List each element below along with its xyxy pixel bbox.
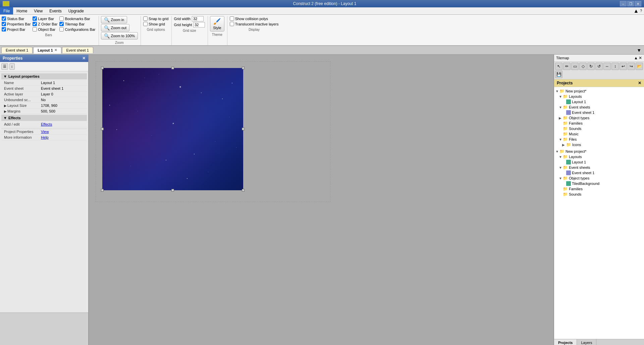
menu-file[interactable]: File — [0, 7, 13, 14]
projects-title: Projects — [557, 81, 573, 85]
status-bar-check[interactable]: Status Bar — [1, 16, 31, 21]
menu-view[interactable]: View — [31, 7, 46, 14]
tab-dropdown-button[interactable]: ▼ — [637, 48, 641, 53]
layer-bar-check[interactable]: Layer Bar — [32, 16, 58, 21]
resize-handle-e[interactable] — [242, 128, 245, 130]
tree-event-sheets-2[interactable]: ▼ 📁 Event sheets — [555, 165, 643, 170]
resize-handle-se[interactable] — [242, 189, 245, 192]
menu-upgrade[interactable]: Upgrade — [65, 7, 87, 14]
tree-project-1[interactable]: ▼ 📁 New project* — [555, 88, 643, 94]
tilemap-open-tool[interactable]: 📂 — [636, 63, 643, 70]
layout-properties-section[interactable]: ▼ Layout properties — [1, 73, 87, 79]
tab-layout-1[interactable]: Layout 1 ✕ — [33, 47, 61, 54]
minimize-button[interactable]: – — [620, 1, 627, 6]
ribbon-group-grid-size: Grid width Grid height Grid size — [174, 16, 208, 45]
menu-home[interactable]: Home — [13, 7, 31, 14]
ribbon-collapse-button[interactable]: ▲ — [634, 8, 639, 14]
resize-handle-ne[interactable] — [242, 67, 245, 69]
tab-event-sheet-1b[interactable]: Event sheet 1 — [62, 47, 93, 53]
tab-layout-1-close[interactable]: ✕ — [54, 48, 57, 52]
tilemap-redo-tool[interactable]: ↪ — [628, 63, 635, 70]
star — [229, 117, 229, 117]
tree-tiledbg[interactable]: TiledBackground — [555, 181, 643, 186]
tree-families-2[interactable]: 📁 Families — [555, 186, 643, 192]
tree-layout2[interactable]: Layout 1 — [555, 159, 643, 165]
translucent-check[interactable]: Translucent inactive layers — [229, 21, 279, 26]
bookmarks-bar-check[interactable]: Bookmarks Bar — [59, 16, 96, 21]
style-button[interactable]: 🖌️ Style — [210, 16, 224, 31]
tree-sounds-2[interactable]: 📁 Sounds — [555, 192, 643, 197]
restore-button[interactable]: ❐ — [627, 1, 634, 6]
tilemap-select-tool[interactable]: ↖ — [555, 63, 562, 70]
resize-handle-n[interactable] — [171, 67, 174, 69]
help-button[interactable]: ? — [639, 8, 643, 13]
prop-effects-link[interactable]: Effects — [41, 122, 52, 126]
tree-icons-1[interactable]: ▶ 📁 Icons — [555, 142, 643, 147]
show-collision-check[interactable]: Show collision polys — [229, 16, 268, 21]
tilemap-rotate-cw-tool[interactable]: ↻ — [587, 63, 595, 70]
display-group-label: Display — [229, 27, 279, 32]
tree-object-types-1[interactable]: ▶ 📁 Object types — [555, 115, 643, 121]
tilemap-draw-tool[interactable]: ✏ — [563, 63, 571, 70]
snap-to-grid-check[interactable]: Snap to grid — [143, 16, 169, 21]
projects-close[interactable]: ✕ — [638, 81, 641, 85]
tree-tiledbg-label: TiledBackground — [572, 182, 599, 186]
grid-height-input[interactable] — [193, 22, 205, 27]
effects-section[interactable]: ▼ Effects — [1, 115, 87, 121]
grid-width-input[interactable] — [192, 16, 204, 21]
tree-families-1[interactable]: 📁 Families — [555, 121, 643, 126]
tilemap-flip-h-tool[interactable]: ↔ — [603, 63, 611, 70]
tilemap-bar-check[interactable]: Tilemap Bar — [59, 21, 96, 26]
prop-sort-button[interactable]: ↕ — [9, 63, 15, 70]
close-button[interactable]: ✕ — [635, 1, 641, 6]
tree-object-types-2[interactable]: ▼ 📁 Object types — [555, 176, 643, 181]
prop-more-info-link[interactable]: Help — [41, 135, 49, 139]
zoom-out-button[interactable]: 🔍 Zoom out — [101, 24, 129, 31]
canvas-area[interactable] — [89, 55, 553, 345]
tree-files-1-label: Files — [569, 137, 577, 141]
tree-music-1[interactable]: 📁 Music — [555, 131, 643, 137]
zoom-in-label: Zoom in — [111, 18, 124, 22]
resize-handle-sw[interactable] — [101, 189, 104, 192]
menu-events[interactable]: Events — [46, 7, 65, 14]
resize-handle-s[interactable] — [171, 189, 174, 192]
projects-tab[interactable]: Projects — [554, 339, 577, 345]
tree-layout2-label: Layout 1 — [572, 160, 586, 164]
tree-sounds-1[interactable]: 📁 Sounds — [555, 126, 643, 131]
tree-event-sheet1[interactable]: Event sheet 1 — [555, 110, 643, 115]
tilemap-label: Tilemap — [556, 56, 569, 60]
tilemap-close-button[interactable]: ✕ — [639, 56, 642, 60]
tilemap-flip-v-tool[interactable]: ↕ — [611, 63, 619, 70]
prop-name-row: Name Layout 1 — [1, 80, 87, 86]
prop-project-props-link[interactable]: View — [41, 130, 49, 134]
tree-layouts-1[interactable]: ▼ 📁 Layouts — [555, 94, 643, 99]
tilemap-fill-tool[interactable]: ◇ — [579, 63, 587, 70]
layers-tab[interactable]: Layers — [577, 339, 596, 345]
properties-close[interactable]: ✕ — [82, 56, 86, 61]
resize-handle-w[interactable] — [101, 128, 104, 130]
tilemap-rect-tool[interactable]: ▭ — [571, 63, 579, 70]
tree-event-sheet2[interactable]: Event sheet 1 — [555, 170, 643, 176]
properties-bar-check[interactable]: Properties Bar — [1, 21, 31, 26]
zoom-in-button[interactable]: 🔍 Zoom in — [101, 16, 127, 23]
project-bar-check[interactable]: Project Bar — [1, 27, 31, 32]
show-grid-check[interactable]: Show grid — [143, 21, 165, 26]
tilemap-undo-tool[interactable]: ↩ — [620, 63, 627, 70]
app-icon[interactable] — [3, 1, 9, 6]
tilemap-up-button[interactable]: ▲ — [634, 56, 638, 60]
resize-handle-nw[interactable] — [101, 67, 104, 69]
tree-event-sheets-1[interactable]: ▼ 📁 Event sheets — [555, 105, 643, 110]
ribbon: Status Bar Properties Bar Project Bar La… — [0, 15, 644, 46]
tree-layout1[interactable]: Layout 1 — [555, 99, 643, 105]
zoom-100-button[interactable]: 🔍 Zoom to 100% — [101, 32, 138, 40]
tab-event-sheet-1[interactable]: Event sheet 1 — [1, 47, 33, 53]
tree-files-1[interactable]: ▼ 📁 Files — [555, 137, 643, 142]
configurations-bar-check[interactable]: Configurations Bar — [59, 27, 96, 32]
prop-list-view-button[interactable]: ☰ — [1, 63, 8, 70]
tree-layouts-2[interactable]: ▼ 📁 Layouts — [555, 154, 643, 159]
tilemap-rotate-ccw-tool[interactable]: ↺ — [595, 63, 603, 70]
z-order-bar-check[interactable]: Z Order Bar — [32, 21, 58, 26]
tilemap-save-tool[interactable]: 💾 — [555, 71, 562, 78]
object-bar-check[interactable]: Object Bar — [32, 27, 58, 32]
tree-project-2[interactable]: ▼ 📁 New project* — [555, 149, 643, 154]
